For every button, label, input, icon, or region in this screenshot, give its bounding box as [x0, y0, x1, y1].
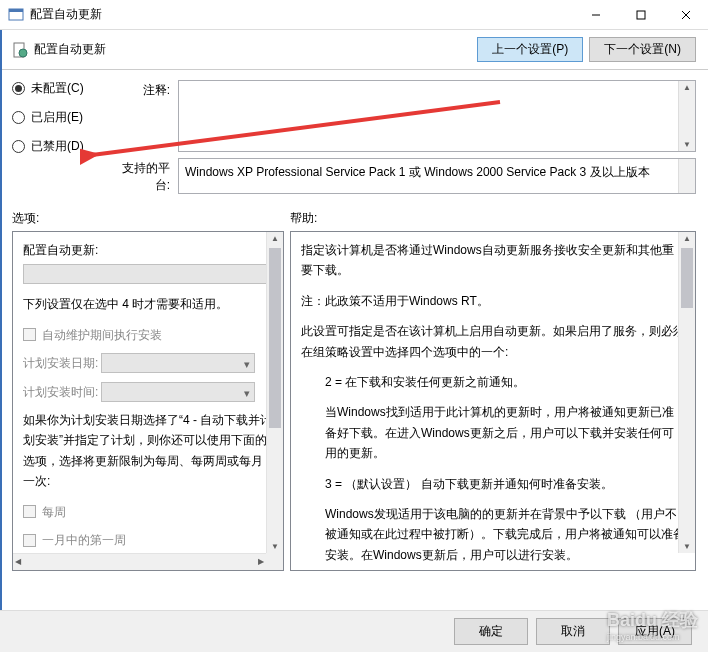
scrollbar-vertical[interactable]	[678, 232, 695, 553]
watermark-brand: Baidu 经验	[607, 610, 698, 630]
footer: 确定 取消 应用(A)	[0, 610, 708, 652]
radio-disabled[interactable]: 已禁用(D)	[12, 138, 122, 155]
help-paragraph: 此设置可指定是否在该计算机上启用自动更新。如果启用了服务，则必须在组策略设置中选…	[301, 321, 685, 362]
chk-weekly[interactable]: 每周	[23, 502, 273, 522]
radio-label: 已启用(E)	[31, 109, 83, 126]
help-pane: 指定该计算机是否将通过Windows自动更新服务接收安全更新和其他重要下载。 注…	[290, 231, 696, 571]
svg-point-7	[19, 49, 27, 57]
comment-label: 注释:	[122, 80, 178, 152]
sched-date-label: 计划安装日期:	[23, 353, 101, 373]
checkbox-icon	[23, 534, 36, 547]
svg-rect-1	[9, 9, 23, 12]
header-title: 配置自动更新	[34, 41, 471, 58]
checkbox-icon	[23, 505, 36, 518]
configure-update-combo[interactable]	[23, 264, 273, 284]
header: 配置自动更新 上一个设置(P) 下一个设置(N)	[0, 30, 708, 70]
platform-label: 支持的平台:	[122, 158, 178, 194]
watermark: Baidu 经验 jingyan.baidu.com	[607, 608, 698, 642]
help-label: 帮助:	[290, 210, 317, 227]
scrollbar-vertical[interactable]	[266, 232, 283, 553]
scrollbar-corner	[266, 553, 283, 570]
radio-dot-icon	[12, 111, 25, 124]
chk-auto-maintenance[interactable]: 自动维护期间执行安装	[23, 325, 273, 345]
close-button[interactable]	[663, 0, 708, 29]
chk-label: 每周	[42, 502, 66, 522]
left-border	[0, 30, 2, 652]
chk-label: 一月中的第一周	[42, 530, 126, 550]
help-paragraph: 注：此政策不适用于Windows RT。	[301, 291, 685, 311]
sched-date-combo[interactable]	[101, 353, 255, 373]
options-label: 选项:	[12, 210, 290, 227]
radio-dot-icon	[12, 82, 25, 95]
radio-label: 已禁用(D)	[31, 138, 84, 155]
options-heading: 配置自动更新:	[23, 240, 273, 260]
options-pane: 配置自动更新: 下列设置仅在选中 4 时才需要和适用。 自动维护期间执行安装 计…	[12, 231, 284, 571]
chk-label: 自动维护期间执行安装	[42, 325, 162, 345]
chk-first-week[interactable]: 一月中的第一周	[23, 530, 273, 550]
radio-label: 未配置(C)	[31, 80, 84, 97]
platform-text: Windows XP Professional Service Pack 1 或…	[185, 165, 650, 179]
sched-time-combo[interactable]	[101, 382, 255, 402]
scrollbar-vertical[interactable]	[678, 159, 695, 193]
prev-setting-button[interactable]: 上一个设置(P)	[477, 37, 583, 62]
radio-enabled[interactable]: 已启用(E)	[12, 109, 122, 126]
window-title: 配置自动更新	[30, 6, 573, 23]
app-icon	[8, 7, 24, 23]
titlebar: 配置自动更新	[0, 0, 708, 30]
ok-button[interactable]: 确定	[454, 618, 528, 645]
radio-not-configured[interactable]: 未配置(C)	[12, 80, 122, 97]
next-setting-button[interactable]: 下一个设置(N)	[589, 37, 696, 62]
sched-time-label: 计划安装时间:	[23, 382, 101, 402]
policy-icon	[12, 42, 28, 58]
scrollbar-vertical[interactable]	[678, 81, 695, 151]
help-paragraph: 指定该计算机是否将通过Windows自动更新服务接收安全更新和其他重要下载。	[301, 240, 685, 281]
cancel-button[interactable]: 取消	[536, 618, 610, 645]
supported-platform-box: Windows XP Professional Service Pack 1 或…	[178, 158, 696, 194]
maximize-button[interactable]	[618, 0, 663, 29]
help-paragraph: 当Windows找到适用于此计算机的更新时，用户将被通知更新已准备好下载。在进入…	[301, 402, 685, 463]
help-paragraph: Windows发现适用于该电脑的的更新并在背景中予以下载 （用户不被通知或在此过…	[301, 504, 685, 565]
radio-dot-icon	[12, 140, 25, 153]
scrollbar-horizontal[interactable]	[13, 553, 266, 570]
help-paragraph: 3 = （默认设置） 自动下载更新并通知何时准备安装。	[301, 474, 685, 494]
checkbox-icon	[23, 328, 36, 341]
help-paragraph: 2 = 在下载和安装任何更新之前通知。	[301, 372, 685, 392]
options-note: 下列设置仅在选中 4 时才需要和适用。	[23, 294, 273, 314]
options-para: 如果你为计划安装日期选择了“4 - 自动下载并计划安装”并指定了计划，则你还可以…	[23, 410, 273, 492]
svg-rect-3	[637, 11, 645, 19]
minimize-button[interactable]	[573, 0, 618, 29]
comment-textarea[interactable]	[178, 80, 696, 152]
watermark-sub: jingyan.baidu.com	[607, 632, 698, 642]
